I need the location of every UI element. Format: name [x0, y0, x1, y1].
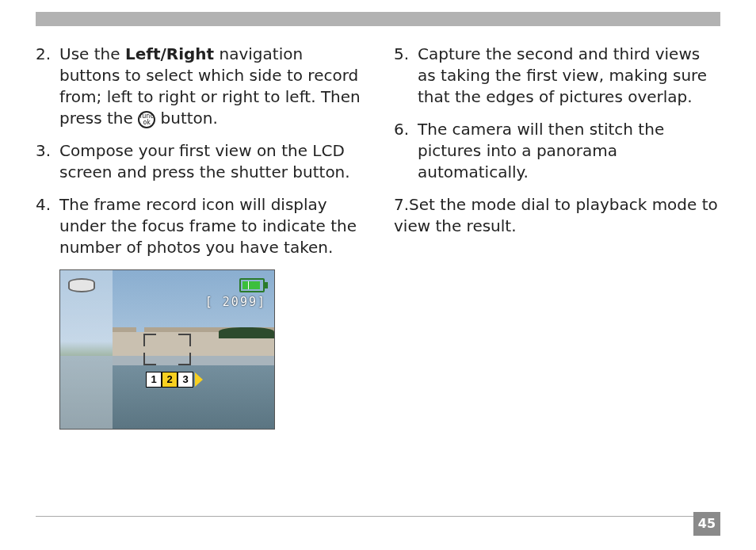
step-2: 2. Use the Left/Right navigation buttons…: [36, 44, 362, 129]
lcd-screenshot-illustration: [ 2099] 1 2 3: [59, 269, 275, 430]
header-bar: [36, 12, 720, 26]
content-columns: 2. Use the Left/Right navigation buttons…: [36, 44, 720, 430]
right-column: 5. Capture the second and third views as…: [394, 44, 720, 430]
battery-icon: [239, 278, 265, 292]
step-text-tail: button.: [155, 109, 218, 128]
step-text-bold: Left/Right: [125, 44, 214, 63]
step-number: 2.: [36, 44, 51, 65]
panorama-overlap-ghost: [60, 270, 113, 429]
step-4: 4. The frame record icon will display un…: [36, 194, 362, 258]
step-text-pre: Use the: [59, 44, 125, 63]
step-text: Compose your first view on the LCD scree…: [59, 141, 350, 181]
step-7: 7.Set the mode dial to playback mode to …: [394, 194, 720, 237]
page-number: 45: [693, 512, 720, 536]
step-text: Capture the second and third views as ta…: [418, 44, 707, 106]
step-5: 5. Capture the second and third views as…: [394, 44, 720, 108]
frame-2-icon: 2: [162, 372, 178, 388]
footer-rule: [36, 516, 720, 517]
step-3: 3. Compose your first view on the LCD sc…: [36, 140, 362, 183]
frame-record-indicator: 1 2 3: [146, 372, 203, 388]
focus-frame-icon: [143, 334, 191, 365]
step-number: 7.: [394, 195, 409, 214]
step-number: 6.: [394, 119, 409, 140]
step-6: 6. The camera will then stitch the pictu…: [394, 119, 720, 183]
step-text: Set the mode dial to playback mode to vi…: [394, 195, 718, 235]
panorama-mode-icon: [68, 278, 95, 292]
step-number: 3.: [36, 140, 51, 162]
left-column: 2. Use the Left/Right navigation buttons…: [36, 44, 362, 430]
manual-page: 2. Use the Left/Right navigation buttons…: [0, 0, 756, 550]
step-number: 4.: [36, 194, 51, 216]
steps-list-right: 5. Capture the second and third views as…: [394, 44, 720, 237]
steps-list-left: 2. Use the Left/Right navigation buttons…: [36, 44, 362, 258]
direction-arrow-icon: [195, 372, 203, 387]
frame-1-icon: 1: [146, 372, 162, 388]
frame-3-icon: 3: [178, 372, 193, 388]
step-text: The frame record icon will display under…: [59, 195, 357, 257]
step-number: 5.: [394, 44, 409, 65]
func-ok-button-icon: funcok: [138, 111, 155, 128]
shots-remaining-counter: [ 2099]: [205, 294, 266, 310]
step-text: The camera will then stitch the pictures…: [418, 120, 664, 181]
trees: [219, 327, 274, 338]
